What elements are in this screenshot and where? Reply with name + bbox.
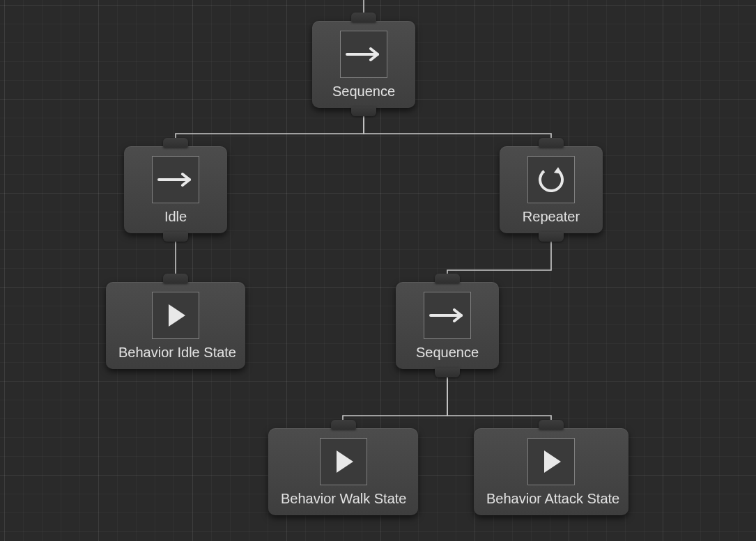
node-behavior-walk-state[interactable]: Behavior Walk State [268,428,418,515]
node-idle[interactable]: Idle [124,146,227,233]
node-behavior-attack-state[interactable]: Behavior Attack State [474,428,628,515]
node-label: Behavior Attack State [486,491,616,507]
node-label: Behavior Idle State [118,345,233,361]
port-in[interactable] [351,13,376,22]
port-out[interactable] [351,107,376,116]
port-in[interactable] [539,420,564,430]
port-in[interactable] [163,274,188,283]
port-out[interactable] [435,368,460,377]
node-label: Behavior Walk State [281,491,406,507]
arrow-right-icon [424,292,471,339]
node-sequence-child[interactable]: Sequence [396,282,499,369]
node-label: Idle [137,209,215,225]
arrow-right-icon [152,156,199,203]
node-label: Repeater [512,209,590,225]
repeat-icon [527,156,575,203]
node-label: Sequence [408,345,486,361]
port-in[interactable] [539,138,564,148]
play-icon [320,438,367,485]
arrow-right-icon [340,31,387,78]
port-out[interactable] [163,232,188,242]
svg-marker-3 [554,167,562,174]
node-repeater[interactable]: Repeater [500,146,603,233]
svg-marker-7 [544,450,561,473]
node-behavior-idle-state[interactable]: Behavior Idle State [106,282,245,369]
svg-point-2 [535,164,566,195]
node-label: Sequence [325,84,403,100]
port-in[interactable] [331,420,356,430]
svg-marker-4 [169,304,185,327]
svg-marker-6 [337,450,353,473]
node-sequence-root[interactable]: Sequence [312,21,415,108]
port-in[interactable] [435,274,460,283]
port-in[interactable] [163,138,188,148]
port-out[interactable] [539,232,564,242]
play-icon [527,438,575,485]
behavior-tree-canvas[interactable]: Sequence Idle Repeater Behavior Idle Sta… [0,0,756,541]
play-icon [152,292,199,339]
